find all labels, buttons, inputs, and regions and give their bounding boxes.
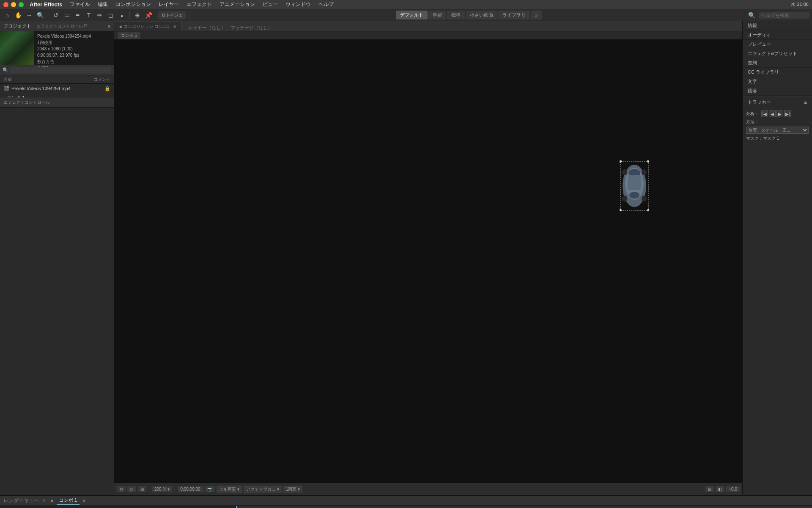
right-text[interactable]: 文字 — [743, 77, 812, 86]
main-area: プロジェクト エフェクトコントロール P ≡ Pexels Videos 139… — [0, 21, 812, 495]
track-tool[interactable]: ⊕ — [133, 11, 142, 20]
project-search-input[interactable] — [10, 67, 111, 73]
layer-label: レイヤー（なし） — [188, 25, 225, 31]
hand-tool[interactable]: ✋ — [14, 11, 23, 20]
right-audio[interactable]: オーディオ — [743, 30, 812, 40]
offset-display[interactable]: +0.0 — [726, 486, 740, 492]
text-tool[interactable]: T — [84, 11, 93, 20]
project-panel-title: プロジェクト — [3, 23, 31, 29]
view-mode-selector[interactable]: アクティブカ… ▾ — [244, 486, 282, 493]
right-preview[interactable]: プレビュー — [743, 40, 812, 49]
file-duration: 0;00;09;07, 23.976 fps — [37, 52, 91, 58]
fill-tool[interactable]: ⬥ — [117, 11, 126, 20]
zoom-display[interactable]: 200 % ▾ — [152, 486, 172, 492]
toolbar: ⌂ ✋ ↔ 🔍 ↺ ▭ ✒ T ✏ ◻ ⬥ ⊕ 📌 ロトベジェ デフォルト 学習… — [0, 9, 812, 21]
menu-window[interactable]: ウィンドウ — [282, 0, 314, 9]
right-info[interactable]: 情報 — [743, 21, 812, 30]
right-cc-library[interactable]: CC ライブラリ — [743, 68, 812, 77]
panel-menu-icon[interactable]: ≡ — [108, 24, 110, 29]
pin-tool[interactable]: 📌 — [144, 11, 153, 20]
grid-btn[interactable]: ⊞ — [705, 486, 714, 492]
analyze-fwd-btn[interactable]: ▶| — [784, 110, 791, 117]
screen-selector[interactable]: 1画面 ▾ — [283, 486, 303, 493]
timeline-close[interactable]: ✕ — [42, 498, 46, 503]
comp-name-tab: コンボ 1 — [118, 32, 140, 39]
quality-selector[interactable]: フル画質 ▾ — [217, 486, 242, 493]
tracker-method-label: 方法： — [746, 119, 759, 125]
rotation-tool[interactable]: ↺ — [51, 11, 60, 20]
comp-tab-label: ■ コンポジション コンボ1 ≡ — [114, 22, 181, 31]
timeline-tab-comp[interactable]: コンボ 1 — [57, 496, 80, 505]
move-tool[interactable]: ↔ — [25, 11, 34, 20]
tracker-menu-icon[interactable]: ≡ — [804, 100, 807, 105]
workspace-default[interactable]: デフォルト — [396, 11, 428, 19]
tracker-mask-row: マスク：マスク 1 — [746, 135, 809, 141]
rect-tool[interactable]: ▭ — [62, 11, 71, 20]
tracker-method-value: 位置、スケール、回... — [746, 127, 809, 134]
camera-btn[interactable]: 📷 — [205, 486, 215, 492]
menu-edit[interactable]: 編集 — [94, 0, 111, 9]
analyze-prev-btn[interactable]: ◀ — [769, 110, 776, 117]
workspace-library[interactable]: ライブラリ — [498, 11, 530, 19]
rotobezier-btn[interactable]: ロトベジェ — [158, 11, 186, 19]
project-panel-header: プロジェクト エフェクトコントロール P ≡ — [0, 21, 114, 31]
viewer-canvas[interactable] — [114, 40, 742, 483]
thumbnail-img — [0, 31, 34, 65]
sep-toolbar — [149, 486, 149, 493]
render-queue-label[interactable]: レンダーキュー — [3, 497, 39, 504]
file-name: Pexels Videos 1394254.mp4 — [37, 33, 91, 39]
menu-help[interactable]: ヘルプ — [315, 0, 337, 9]
timecode-display[interactable]: 0;00;00;00 — [178, 486, 203, 492]
right-paragraph[interactable]: 段落 — [743, 86, 812, 96]
minimize-button[interactable] — [11, 2, 16, 7]
analyze-next-btn[interactable]: ▶ — [776, 110, 783, 117]
eraser-tool[interactable]: ◻ — [106, 11, 115, 20]
project-item-video[interactable]: 🎬 Pexels Videos 1394254.mp4 🔒 — [0, 84, 114, 93]
menu-layer[interactable]: レイヤー — [155, 0, 182, 9]
right-align[interactable]: 整列 — [743, 58, 812, 68]
comp-tab-close[interactable]: ≡ — [173, 24, 176, 29]
tracker-method-row: 方法： — [746, 119, 809, 125]
right-tracker[interactable]: トラッカー ≡ — [743, 98, 812, 107]
comp-tabs: ■ コンポジション コンボ1 ≡ レイヤー（なし） フッテージ（なし） — [114, 21, 742, 31]
comp-tab-comp: コンポジション コンボ1 — [123, 24, 169, 30]
method-select[interactable]: 位置、スケール、回... — [746, 127, 809, 134]
timeline-menu-icon[interactable]: ≡ — [83, 498, 85, 503]
transparency-btn[interactable]: ◧ — [716, 486, 724, 492]
analyze-back-btn[interactable]: |◀ — [761, 110, 768, 117]
pen-tool[interactable]: ✒ — [73, 11, 82, 20]
center-panel: ■ コンポジション コンボ1 ≡ レイヤー（なし） フッテージ（なし） コンボ … — [114, 21, 742, 495]
svg-point-1 — [620, 160, 622, 163]
search-btn[interactable]: 🔍 — [747, 11, 756, 20]
system-time: 木 21:06 — [791, 1, 809, 8]
menu-effect[interactable]: エフェクト — [183, 0, 215, 9]
workspace-more[interactable]: » — [531, 11, 542, 19]
tl-playhead[interactable] — [236, 506, 237, 508]
menu-file[interactable]: ファイル — [66, 0, 93, 9]
menu-view[interactable]: ビュー — [259, 0, 281, 9]
maximize-button[interactable] — [19, 2, 24, 7]
menu-animation[interactable]: アニメーション — [216, 0, 258, 9]
workspace-learn[interactable]: 学習 — [428, 11, 446, 19]
video-file-name: Pexels Videos 1394254.mp4 — [11, 86, 71, 91]
comp-toolbar-motion[interactable]: ◎ — [127, 486, 136, 492]
tracker-section: 分析： |◀ ◀ ▶ ▶| 方法： 位置、スケール、回... マスク：マスク 1 — [743, 107, 812, 146]
comp-toolbar-grid[interactable]: ⊞ — [138, 486, 146, 492]
home-toolbar-btn[interactable]: ⌂ — [3, 11, 12, 20]
right-effects[interactable]: エフェクト&プリセット — [743, 49, 812, 58]
brush-tool[interactable]: ✏ — [95, 11, 104, 20]
tracker-analyze-row: 分析： |◀ ◀ ▶ ▶| — [746, 110, 809, 117]
sep2 — [129, 11, 130, 19]
effects-panel-header: エフェクトコントロール — [0, 97, 114, 108]
col-comment-header: コメント — [85, 77, 110, 83]
timeline-content: 0;00;00;00 00000 (29.97 fps) 🔍 ⊕ ↺ ⋮ ◎ ⦿… — [0, 506, 812, 508]
comp-toolbar-settings[interactable]: ⚙ — [117, 486, 126, 492]
workspace-small[interactable]: 小さい画面 — [466, 11, 497, 19]
zoom-tool[interactable]: 🔍 — [36, 11, 45, 20]
right-divider — [743, 97, 812, 97]
close-button[interactable] — [3, 2, 8, 7]
menu-composition[interactable]: コンポジション — [112, 0, 154, 9]
help-search[interactable] — [759, 12, 809, 19]
workspace-standard[interactable]: 標準 — [447, 11, 465, 19]
project-panel: プロジェクト エフェクトコントロール P ≡ Pexels Videos 139… — [0, 21, 114, 97]
